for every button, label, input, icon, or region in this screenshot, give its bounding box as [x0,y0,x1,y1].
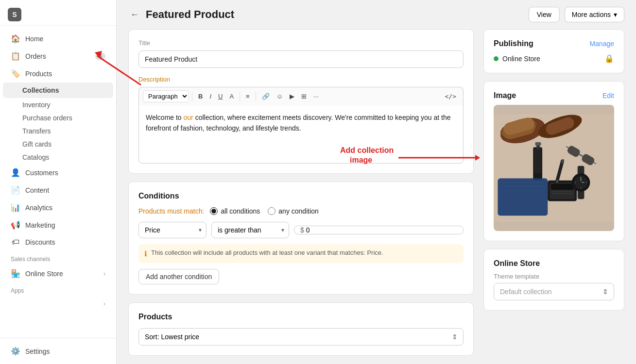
svg-rect-18 [498,178,548,215]
sidebar-item-content[interactable]: 📄 Content [3,182,113,199]
sidebar-item-orders[interactable]: 📋 Orders 4 [3,48,113,65]
toolbar-divider-3 [256,92,256,101]
condition-value-input[interactable] [306,226,457,234]
sidebar-item-catalogs[interactable]: Catalogs [22,151,113,164]
description-label: Description [138,76,464,83]
conditions-match-row: Products must match: all conditions any … [138,207,464,215]
toolbar-divider-1 [192,92,192,101]
apps-label: Apps [0,282,116,296]
editor-body[interactable]: Welcome to our collection, where excitem… [138,105,464,164]
discounts-icon: 🏷 [11,238,20,247]
conditions-info-message: ℹ This collection will include all produ… [138,244,464,263]
publishing-item-online-store: Online Store 🔒 [494,54,614,63]
sidebar-item-apps[interactable]: › [3,297,113,311]
svg-point-34 [581,177,582,178]
sidebar-navigation: 🏠 Home 📋 Orders 4 🏷️ Products Collection… [0,28,116,338]
sidebar-item-analytics[interactable]: 📊 Analytics [3,199,113,216]
code-button[interactable]: </> [442,91,459,102]
sidebar-item-marketing[interactable]: 📢 Marketing [3,216,113,233]
condition-field-select[interactable]: Price [138,222,206,238]
any-condition-label: any condition [278,207,319,215]
sidebar-item-settings[interactable]: ⚙️ Settings [3,343,113,360]
svg-rect-10 [535,142,541,146]
theme-template-select-wrap: Default collection [494,283,614,300]
any-condition-radio[interactable] [268,207,275,215]
sidebar-item-collections[interactable]: Collections [3,83,113,98]
condition-operator-select[interactable]: is greater than [211,222,289,238]
sidebar-item-discounts[interactable]: 🏷 Discounts [3,234,113,250]
svg-rect-11 [534,148,541,173]
condition-operator-select-wrap: is greater than [211,222,289,238]
media-button[interactable]: ▶ [287,91,297,102]
radio-group: all conditions any condition [210,207,318,215]
sidebar-item-transfers[interactable]: Transfers [22,125,113,137]
all-conditions-radio-label[interactable]: all conditions [210,207,260,215]
manage-link[interactable]: Manage [589,40,614,48]
sidebar-item-customers[interactable]: 👤 Customers [3,164,113,181]
home-icon: 🏠 [11,34,20,43]
publishing-online-store-label: Online Store [502,55,540,63]
products-icon: 🏷️ [11,69,20,78]
marketing-icon: 📢 [11,220,20,230]
sidebar-logo: S [0,0,116,26]
settings-icon: ⚙️ [11,347,20,356]
logo-icon: S [8,8,21,21]
sales-channels-label: Sales channels [0,251,116,265]
image-title: Image [494,91,516,100]
align-button[interactable]: ≡ [243,91,253,102]
more-button[interactable]: ··· [310,91,322,102]
italic-button[interactable]: I [206,91,214,102]
sidebar-item-purchase-orders[interactable]: Purchase orders [22,112,113,124]
back-button[interactable]: ← [128,8,141,22]
underline-button[interactable]: U [215,91,225,102]
chevron-right-icon: › [103,300,105,307]
page-title: Featured Product [146,8,234,21]
sidebar-subnav-products: Inventory Purchase orders Transfers Gift… [0,99,116,164]
any-condition-radio-label[interactable]: any condition [268,207,319,215]
sort-select[interactable]: Sort: Lowest price [138,328,464,346]
link-button[interactable]: 🔗 [259,91,273,102]
svg-rect-26 [552,193,573,194]
publishing-item-left: Online Store [494,55,540,63]
sidebar-item-label: Customers [25,169,58,177]
orders-badge: 4 [95,52,105,60]
sidebar-item-products[interactable]: 🏷️ Products [3,65,113,82]
emoji-button[interactable]: ☺ [274,91,286,102]
sidebar-item-label: Content [25,186,49,194]
sidebar-item-online-store[interactable]: 🏪 Online Store › [3,265,113,282]
svg-rect-25 [552,191,573,192]
more-actions-button[interactable]: More actions ▾ [565,7,624,22]
sidebar-item-inventory[interactable]: Inventory [22,99,113,111]
sidebar-item-label: Collections [22,86,59,94]
editor-toolbar: Paragraph B I U A ≡ 🔗 ☺ ▶ ⊞ [138,87,464,105]
online-store-title: Online Store [494,259,614,268]
add-condition-button[interactable]: Add another condition [138,269,219,284]
content-icon: 📄 [11,185,20,195]
collection-image[interactable] [494,105,614,231]
font-color-button[interactable]: A [226,91,237,102]
sidebar-item-label: Marketing [25,221,55,229]
bold-button[interactable]: B [195,91,206,102]
condition-value-field[interactable]: $ [294,226,464,234]
title-input[interactable] [138,50,464,68]
online-status-indicator [494,56,498,61]
svg-point-36 [581,187,582,188]
image-card: Image Edit [483,81,624,241]
editor-text-link-1: our [184,114,193,121]
theme-template-select[interactable]: Default collection [494,283,614,300]
analytics-icon: 📊 [11,203,20,212]
sidebar-item-gift-cards[interactable]: Gift cards [22,138,113,150]
currency-symbol: $ [300,226,304,234]
all-conditions-radio[interactable] [210,207,218,215]
image-edit-link[interactable]: Edit [602,92,614,99]
sidebar-item-home[interactable]: 🏠 Home [3,30,113,47]
chevron-right-icon: › [103,270,105,277]
main-content: ← Featured Product View More actions ▾ T… [117,0,636,364]
view-button[interactable]: View [529,7,560,22]
topbar: ← Featured Product View More actions ▾ [117,0,636,29]
theme-template-label: Theme template [494,273,614,280]
table-button[interactable]: ⊞ [298,91,309,102]
paragraph-select[interactable]: Paragraph [143,90,189,102]
products-card: Products Sort: Lowest price [128,302,474,356]
svg-rect-24 [551,183,573,190]
